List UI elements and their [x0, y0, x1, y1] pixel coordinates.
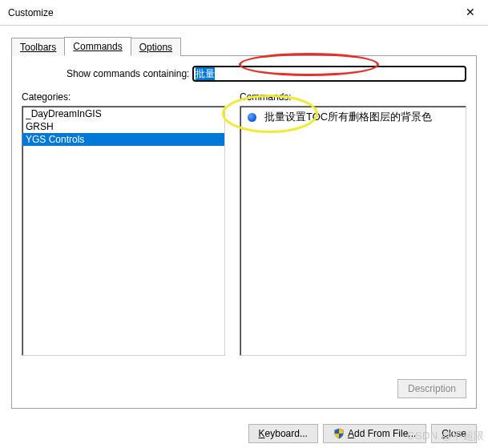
addfromfile-rest: dd From File... [354, 428, 416, 439]
tab-commands[interactable]: Commands [64, 37, 131, 56]
category-item[interactable]: YGS Controls [22, 133, 224, 146]
addfromfile-accel: A [348, 428, 354, 439]
categories-label: Categories: [22, 91, 225, 103]
filter-label-rest: how commands containing: [73, 68, 189, 79]
categories-column: Categories: _DayDreamInGIS GRSH YGS Cont… [22, 91, 225, 356]
description-button: Description [397, 379, 466, 398]
keyboard-rest: eyboard... [265, 428, 308, 439]
tab-panel-commands: Show commands containing: Categories: _D… [11, 56, 477, 409]
commands-listbox[interactable]: 批量设置TOC所有删格图层的背景色 [240, 106, 466, 356]
tab-options-label: Options [139, 42, 172, 53]
commands-label: Commands: [240, 91, 466, 103]
categories-listbox[interactable]: _DayDreamInGIS GRSH YGS Controls [22, 106, 225, 356]
window-title: Customize [8, 7, 54, 18]
description-button-label: Description [408, 383, 456, 394]
category-item[interactable]: GRSH [22, 120, 224, 133]
close-button[interactable]: Close [431, 424, 477, 443]
tab-toolbars[interactable]: Toolbars [11, 38, 65, 56]
tab-options[interactable]: Options [131, 38, 181, 56]
category-item[interactable]: _DayDreamInGIS [22, 107, 224, 120]
description-row: Description [397, 379, 466, 398]
command-item[interactable]: 批量设置TOC所有删格图层的背景色 [240, 107, 466, 127]
close-icon: ✕ [466, 6, 475, 18]
commands-column: Commands: 批量设置TOC所有删格图层的背景色 [240, 91, 466, 356]
command-item-label: 批量设置TOC所有删格图层的背景色 [264, 110, 432, 124]
filter-input[interactable] [192, 66, 466, 82]
titlebar: Customize ✕ [0, 0, 488, 26]
tab-commands-label: Commands [73, 41, 122, 52]
tabstrip: Toolbars Commands Options [11, 37, 477, 56]
window-close-button[interactable]: ✕ [452, 0, 488, 24]
blue-dot-icon [245, 111, 258, 123]
keyboard-button[interactable]: Keyboard... [248, 424, 318, 443]
bottom-button-row: Keyboard... Add From File... Close [248, 424, 477, 443]
filter-label-accel: S [67, 68, 73, 79]
tab-toolbars-label: Toolbars [20, 42, 56, 53]
filter-label: Show commands containing: [67, 68, 189, 79]
split-pane: Categories: _DayDreamInGIS GRSH YGS Cont… [22, 91, 466, 356]
filter-row: Show commands containing: [22, 66, 466, 82]
keyboard-accel: K [259, 428, 265, 439]
close-rest: lose [449, 428, 466, 439]
add-from-file-button[interactable]: Add From File... [323, 424, 426, 443]
close-accel: C [442, 428, 449, 439]
shield-icon [333, 428, 345, 439]
dialog-content: Toolbars Commands Options Show commands … [0, 26, 488, 448]
